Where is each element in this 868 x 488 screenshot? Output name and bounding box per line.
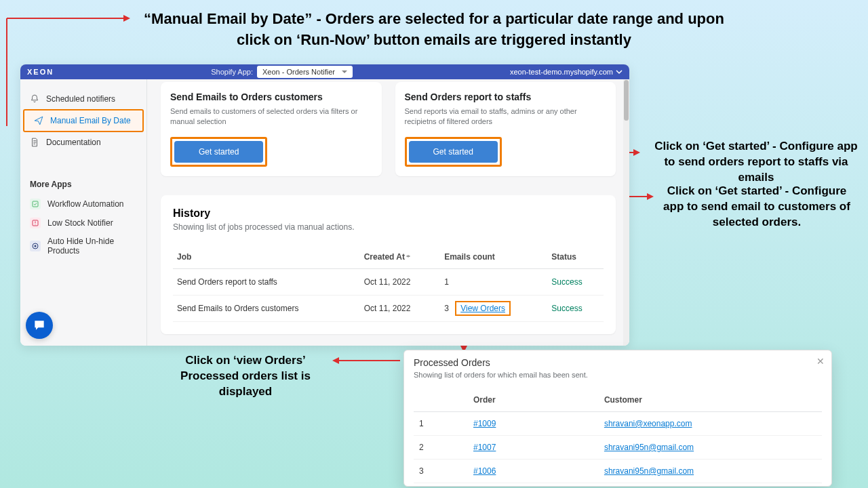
svg-marker-2 — [123, 15, 130, 22]
cell-created: Oct 11, 2022 — [360, 295, 440, 321]
document-icon — [30, 138, 39, 147]
autohide-icon — [30, 241, 41, 251]
history-title: History — [173, 207, 604, 220]
chat-icon — [33, 319, 46, 332]
modal-table: Order Customer 1 #1009 shravani@xeonapp.… — [414, 388, 822, 483]
card-desc: Send reports via email to staffs, admins… — [405, 106, 607, 127]
more-apps-heading: More Apps — [20, 152, 146, 195]
cta-highlight: Get started — [170, 137, 267, 167]
app-dropdown-label: Shopify App: — [211, 68, 253, 76]
cell-idx: 1 — [414, 412, 446, 436]
workflow-icon — [30, 199, 41, 209]
annotation-bottom: Click on ‘view Orders’ Processed orders … — [157, 353, 334, 400]
col-created[interactable]: Created At — [360, 245, 440, 269]
svg-point-15 — [35, 245, 37, 247]
cell-status: Success — [547, 295, 604, 321]
scrollbar-track[interactable] — [623, 79, 629, 346]
col-job: Job — [173, 245, 360, 269]
customer-link[interactable]: shravani95n@gmail.com — [604, 466, 694, 476]
view-orders-link[interactable]: View Orders — [460, 304, 505, 313]
history-table: Job Created At Emails count Status Send … — [173, 245, 604, 322]
app-window: XEON Shopify App: Xeon - Orders Notifier… — [20, 64, 629, 346]
sort-icon — [406, 253, 412, 260]
shop-dropdown[interactable]: xeon-test-demo.myshopify.com — [510, 68, 623, 76]
cell-status: Success — [547, 268, 604, 295]
sidebar-item-documentation[interactable]: Documentation — [20, 132, 146, 152]
col-count: Emails count — [440, 245, 547, 269]
card-title: Send Orders report to staffs — [405, 92, 607, 102]
table-row: 1 #1009 shravani@xeonapp.com — [414, 412, 822, 436]
paper-plane-icon — [34, 116, 43, 125]
svg-marker-5 — [647, 193, 654, 200]
customer-link[interactable]: shravani@xeonapp.com — [604, 419, 692, 428]
app-link-label: Auto Hide Un-hide Products — [47, 237, 137, 256]
order-link[interactable]: #1007 — [473, 443, 496, 452]
cell-created: Oct 11, 2022 — [360, 268, 440, 295]
order-link[interactable]: #1006 — [473, 466, 496, 476]
table-row: 2 #1007 shravani95n@gmail.com — [414, 436, 822, 460]
table-row: Send Emails to Orders customers Oct 11, … — [173, 295, 604, 321]
cta-highlight: Get started — [405, 137, 502, 167]
get-started-customers-button[interactable]: Get started — [174, 141, 263, 163]
history-subtitle: Showing list of jobs processed via manua… — [173, 222, 604, 232]
customer-link[interactable]: shravani95n@gmail.com — [604, 443, 694, 452]
cell-job: Send Emails to Orders customers — [173, 295, 360, 321]
cell-idx: 2 — [414, 436, 446, 460]
card-title: Send Emails to Orders customers — [170, 92, 372, 102]
main-content: Send Emails to Orders customers Send ema… — [147, 79, 629, 346]
col-customer: Customer — [577, 388, 822, 412]
col-order: Order — [446, 388, 577, 412]
brand-label: XEON — [27, 68, 54, 76]
table-row: Send Orders report to staffs Oct 11, 202… — [173, 268, 604, 295]
sidebar-item-manual-email[interactable]: Manual Email By Date — [23, 109, 144, 132]
cell-count: 3 View Orders — [440, 295, 547, 321]
svg-marker-7 — [633, 149, 640, 156]
sidebar-item-label: Scheduled notifiers — [46, 94, 115, 104]
cell-job: Send Orders report to staffs — [173, 268, 360, 295]
card-row: Send Emails to Orders customers Send ema… — [147, 79, 629, 186]
app-link-label: Low Stock Notifier — [47, 218, 113, 228]
sidebar-item-label: Manual Email By Date — [50, 116, 131, 125]
modal-subtitle: Showing list of orders for which email h… — [414, 371, 822, 379]
col-idx — [414, 388, 446, 412]
sidebar: Scheduled notifiers Manual Email By Date… — [20, 79, 147, 346]
chevron-down-icon — [616, 68, 623, 75]
app-link-workflow[interactable]: Workflow Automation — [20, 195, 146, 214]
annotation-right-2: Click on ‘Get started’ - Configure app t… — [659, 184, 854, 230]
close-icon[interactable]: ✕ — [816, 356, 825, 367]
order-link[interactable]: #1009 — [473, 419, 496, 428]
chat-button[interactable] — [26, 312, 53, 339]
app-link-label: Workflow Automation — [47, 199, 124, 209]
sidebar-item-scheduled[interactable]: Scheduled notifiers — [20, 89, 146, 109]
card-send-customers: Send Emails to Orders customers Send ema… — [161, 82, 382, 176]
app-body: Scheduled notifiers Manual Email By Date… — [20, 79, 629, 346]
shop-url: xeon-test-demo.myshopify.com — [510, 68, 613, 76]
view-orders-highlight: View Orders — [455, 301, 511, 316]
app-dropdown[interactable]: Xeon - Orders Notifier — [257, 66, 353, 78]
bell-icon — [30, 94, 39, 104]
get-started-staffs-button[interactable]: Get started — [409, 141, 498, 163]
processed-orders-modal: ✕ Processed Orders Showing list of order… — [403, 350, 832, 487]
sidebar-item-label: Documentation — [46, 138, 101, 147]
col-status: Status — [547, 245, 604, 269]
svg-rect-12 — [33, 201, 38, 207]
history-panel: History Showing list of jobs processed v… — [161, 195, 616, 334]
scrollbar-thumb[interactable] — [624, 80, 629, 121]
app-link-lowstock[interactable]: Low Stock Notifier — [20, 214, 146, 232]
card-send-staffs: Send Orders report to staffs Send report… — [395, 82, 616, 176]
modal-title: Processed Orders — [414, 357, 822, 368]
card-desc: Send emails to customers of selected ord… — [170, 106, 372, 127]
cell-count: 1 — [440, 268, 547, 295]
title-bar: XEON Shopify App: Xeon - Orders Notifier… — [20, 64, 629, 79]
cell-idx: 3 — [414, 460, 446, 483]
table-row: 3 #1006 shravani95n@gmail.com — [414, 460, 822, 483]
app-link-autohide[interactable]: Auto Hide Un-hide Products — [20, 232, 146, 260]
lowstock-icon — [30, 218, 41, 228]
annotation-right-1: Click on ‘Get started’ - Configure app t… — [652, 139, 860, 186]
top-annotation: “Manual Email by Date” - Orders are sele… — [136, 9, 732, 51]
